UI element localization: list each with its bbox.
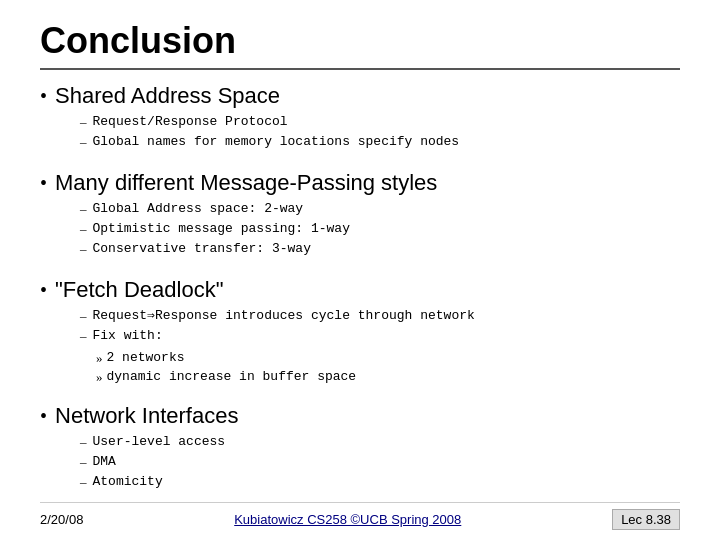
dash-2-1: – bbox=[80, 200, 87, 218]
sub-bullet-text-3-1: Request⇒Response introduces cycle throug… bbox=[93, 307, 475, 325]
bullet-2: • Many different Message-Passing styles bbox=[40, 169, 680, 198]
dash-4-2: – bbox=[80, 453, 87, 471]
footer-date: 2/20/08 bbox=[40, 512, 83, 527]
arrow-3-2: » bbox=[96, 368, 103, 386]
sub-bullet-text-2-2: Optimistic message passing: 1-way bbox=[93, 220, 350, 238]
sub-bullet-text-2-3: Conservative transfer: 3-way bbox=[93, 240, 311, 258]
footer-lec: Lec 8.38 bbox=[612, 509, 680, 530]
bullet-text-1: Shared Address Space bbox=[55, 82, 280, 111]
sub-sub-bullet-text-3-1: 2 networks bbox=[107, 349, 185, 367]
footer-center-text: Kubiatowicz CS258 ©UCB Spring 2008 bbox=[234, 512, 461, 527]
bullet-4: • Network Interfaces bbox=[40, 402, 680, 431]
bullet-dot-2: • bbox=[40, 171, 47, 195]
sub-bullets-3: – Request⇒Response introduces cycle thro… bbox=[80, 307, 680, 345]
section-message-passing: • Many different Message-Passing styles … bbox=[40, 169, 680, 262]
dash-2-3: – bbox=[80, 240, 87, 258]
dash-4-1: – bbox=[80, 433, 87, 451]
dash-2-2: – bbox=[80, 220, 87, 238]
section-fetch-deadlock: • "Fetch Deadlock" – Request⇒Response in… bbox=[40, 276, 680, 388]
sub-sub-bullet-3-2: » dynamic increase in buffer space bbox=[96, 368, 680, 386]
dash-3-1: – bbox=[80, 307, 87, 325]
slide-title: Conclusion bbox=[40, 20, 680, 70]
bullet-3: • "Fetch Deadlock" bbox=[40, 276, 680, 305]
bullet-text-2: Many different Message-Passing styles bbox=[55, 169, 437, 198]
sub-bullet-2-3: – Conservative transfer: 3-way bbox=[80, 240, 680, 258]
slide-body: • Shared Address Space – Request/Respons… bbox=[40, 82, 680, 502]
sub-bullet-4-1: – User-level access bbox=[80, 433, 680, 451]
sub-bullet-4-2: – DMA bbox=[80, 453, 680, 471]
dash-1-2: – bbox=[80, 133, 87, 151]
dash-4-3: – bbox=[80, 473, 87, 491]
sub-bullet-1-2: – Global names for memory locations spec… bbox=[80, 133, 680, 151]
sub-bullets-2: – Global Address space: 2-way – Optimist… bbox=[80, 200, 680, 259]
bullet-dot-3: • bbox=[40, 278, 47, 302]
sub-bullets-1: – Request/Response Protocol – Global nam… bbox=[80, 113, 680, 151]
sub-bullet-3-2: – Fix with: bbox=[80, 327, 680, 345]
dash-1-1: – bbox=[80, 113, 87, 131]
sub-sub-bullets-3: » 2 networks » dynamic increase in buffe… bbox=[96, 349, 680, 386]
dash-3-2: – bbox=[80, 327, 87, 345]
arrow-3-1: » bbox=[96, 349, 103, 367]
sub-bullet-4-3: – Atomicity bbox=[80, 473, 680, 491]
sub-bullets-4: – User-level access – DMA – Atomicity bbox=[80, 433, 680, 492]
bullet-dot-1: • bbox=[40, 84, 47, 108]
sub-bullet-2-1: – Global Address space: 2-way bbox=[80, 200, 680, 218]
sub-bullet-3-1: – Request⇒Response introduces cycle thro… bbox=[80, 307, 680, 325]
bullet-text-3: "Fetch Deadlock" bbox=[55, 276, 223, 305]
bullet-dot-4: • bbox=[40, 404, 47, 428]
sub-bullet-2-2: – Optimistic message passing: 1-way bbox=[80, 220, 680, 238]
slide-footer: 2/20/08 Kubiatowicz CS258 ©UCB Spring 20… bbox=[40, 502, 680, 530]
sub-bullet-text-4-2: DMA bbox=[93, 453, 116, 471]
sub-sub-bullet-text-3-2: dynamic increase in buffer space bbox=[107, 368, 357, 386]
sub-bullet-text-1-2: Global names for memory locations specif… bbox=[93, 133, 460, 151]
bullet-text-4: Network Interfaces bbox=[55, 402, 238, 431]
sub-bullet-text-3-2: Fix with: bbox=[93, 327, 163, 345]
sub-bullet-text-4-1: User-level access bbox=[93, 433, 226, 451]
slide-container: Conclusion • Shared Address Space – Requ… bbox=[0, 0, 720, 540]
bullet-1: • Shared Address Space bbox=[40, 82, 680, 111]
sub-bullet-text-4-3: Atomicity bbox=[93, 473, 163, 491]
sub-bullet-1-1: – Request/Response Protocol bbox=[80, 113, 680, 131]
section-shared-address-space: • Shared Address Space – Request/Respons… bbox=[40, 82, 680, 155]
section-network-interfaces: • Network Interfaces – User-level access… bbox=[40, 402, 680, 495]
sub-bullet-text-1-1: Request/Response Protocol bbox=[93, 113, 288, 131]
sub-sub-bullet-3-1: » 2 networks bbox=[96, 349, 680, 367]
sub-bullet-text-2-1: Global Address space: 2-way bbox=[93, 200, 304, 218]
